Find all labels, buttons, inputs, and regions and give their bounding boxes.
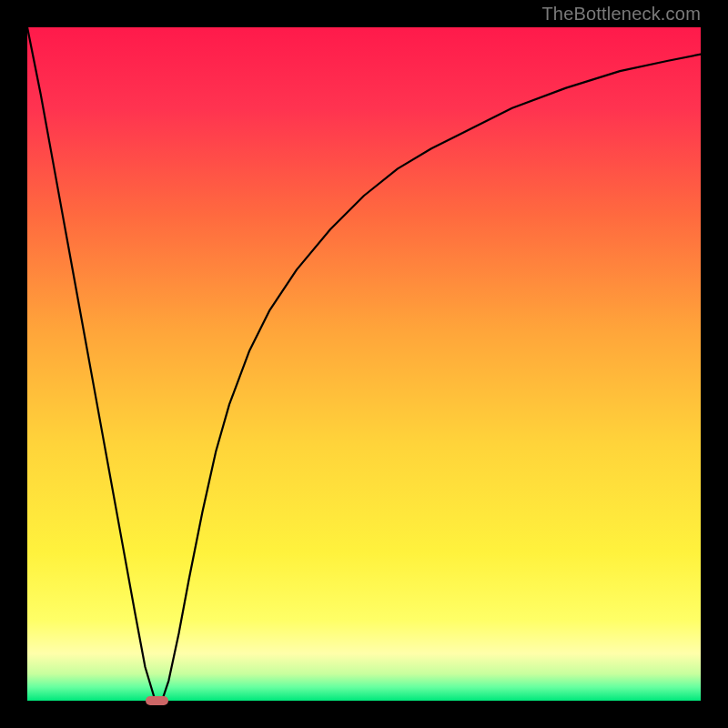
curve-layer (27, 27, 701, 701)
min-marker (146, 696, 169, 705)
plot-area (27, 27, 701, 701)
chart-frame: TheBottleneck.com (0, 0, 728, 728)
watermark-text: TheBottleneck.com (541, 4, 701, 25)
bottleneck-curve (27, 27, 701, 701)
